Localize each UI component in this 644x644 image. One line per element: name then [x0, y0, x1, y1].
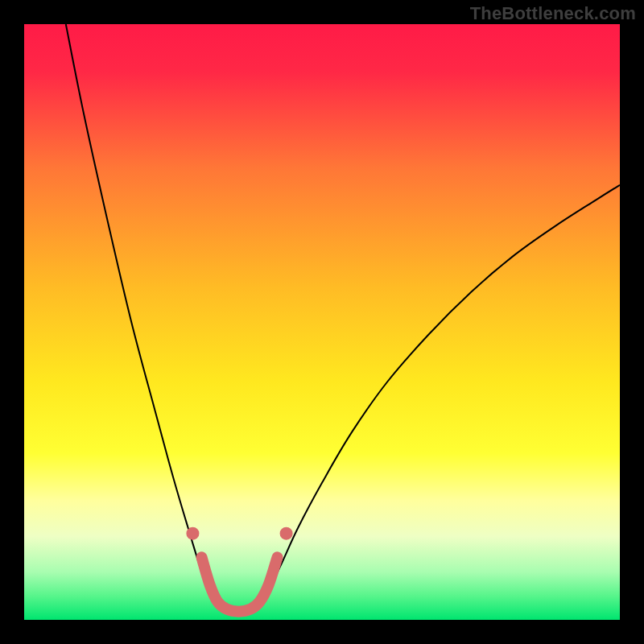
- marker-dot-right: [280, 527, 293, 540]
- optimal-zone-marker: [202, 557, 278, 611]
- plot-area: [24, 24, 620, 620]
- watermark-text: TheBottleneck.com: [470, 3, 636, 24]
- marker-dot-left: [186, 527, 199, 540]
- bottleneck-curve: [66, 24, 620, 615]
- chart-canvas: [24, 24, 620, 620]
- chart-frame: TheBottleneck.com: [0, 0, 644, 644]
